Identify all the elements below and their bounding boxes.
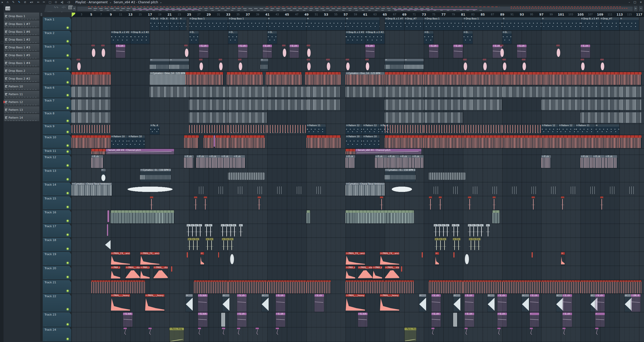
pattern-clip[interactable]: ⊟Pattern 12: [541, 124, 558, 134]
automation-clip[interactable]: ∘S..tch: [123, 313, 133, 327]
audio-clip[interactable]: ↦: [442, 238, 446, 251]
audio-clip[interactable]: [91, 280, 111, 293]
track-enable-led[interactable]: [67, 323, 69, 325]
track-enable-led[interactable]: [67, 145, 69, 147]
audio-clip[interactable]: [346, 59, 350, 71]
audio-clip[interactable]: ↦P..ck: [605, 155, 617, 168]
automation-clip[interactable]: ∘Para..freq: [405, 328, 417, 341]
audio-clip[interactable]: [105, 240, 110, 250]
audio-clip[interactable]: [556, 45, 561, 58]
audio-clip[interactable]: [463, 72, 502, 85]
audio-clip[interactable]: [184, 45, 189, 58]
audio-clip[interactable]: ↦Cymatics - O..- 150 BPM D: [140, 169, 171, 182]
overview-options-button[interactable]: •: [639, 6, 643, 11]
track-header[interactable]: Track 20…: [43, 266, 71, 280]
audio-clip[interactable]: [439, 196, 442, 210]
audio-clip[interactable]: [541, 135, 580, 148]
pattern-clip[interactable]: ⊟: [346, 17, 380, 30]
audio-clip[interactable]: [228, 125, 267, 133]
audio-clip[interactable]: [238, 186, 243, 194]
audio-clip[interactable]: [401, 266, 402, 272]
audio-clip[interactable]: [590, 186, 595, 194]
audio-clip[interactable]: [620, 280, 641, 293]
audio-clip[interactable]: [429, 280, 463, 293]
audio-clip[interactable]: [297, 186, 301, 194]
audio-clip[interactable]: ↦: [186, 294, 193, 312]
playback-icon[interactable]: ◂‖: [61, 0, 63, 5]
audio-clip[interactable]: [267, 87, 306, 97]
audio-clip[interactable]: ↦: [210, 238, 213, 251]
audio-clip[interactable]: ↦Cymatics - O..- 150 BPM D: [385, 169, 416, 182]
pattern-list-item[interactable]: Pattern 11: [4, 91, 39, 98]
audio-clip[interactable]: ↦: [206, 238, 210, 251]
audio-clip[interactable]: [429, 173, 465, 180]
pattern-clip[interactable]: ⊟: [307, 17, 346, 30]
audio-clip[interactable]: [171, 266, 172, 272]
pattern-clip[interactable]: ⊟Pattern 12: [346, 124, 363, 134]
track-enable-led[interactable]: [67, 308, 69, 310]
track-header[interactable]: Track 5…: [43, 72, 71, 85]
audio-clip[interactable]: [307, 280, 331, 293]
automation-clip[interactable]: ∘Para..freq: [170, 328, 184, 341]
audio-clip[interactable]: ↦PMAL_.._heavy: [145, 294, 165, 312]
automation-clip[interactable]: ∘S..ch: [465, 313, 474, 327]
audio-clip[interactable]: [189, 125, 228, 133]
track-header[interactable]: Track 19…: [43, 252, 71, 266]
pattern-list-item[interactable]: Pattern 13: [4, 106, 39, 114]
audio-clip[interactable]: ↦: [457, 238, 461, 251]
automation-clip[interactable]: ∘Serum_x64 #4 - Channel pitch: [355, 149, 421, 154]
audio-clip[interactable]: ↦: [222, 294, 229, 312]
audio-clip[interactable]: ↦P..ck: [541, 155, 551, 168]
audio-clip[interactable]: [307, 59, 311, 71]
audio-clip[interactable]: [424, 99, 463, 110]
audio-clip[interactable]: [72, 112, 91, 123]
audio-clip[interactable]: [493, 186, 497, 194]
audio-clip[interactable]: [561, 196, 564, 210]
pattern-list-item[interactable]: Drop Bass 1 #7: [4, 20, 39, 28]
slip-delete-icon[interactable]: ⊘: [24, 0, 26, 5]
audio-clip[interactable]: ↦: [456, 224, 460, 237]
automation-tab-icon[interactable]: ∘∕∘: [61, 6, 66, 9]
pattern-clip[interactable]: ⊟: [595, 124, 619, 134]
audio-clip[interactable]: ↦PMAL_..stable: [385, 266, 399, 280]
audio-clip[interactable]: ↦P..ck: [387, 155, 399, 168]
automation-clip[interactable]: ∘S..ch: [530, 294, 539, 312]
audio-clip[interactable]: [385, 135, 424, 148]
pattern-clip[interactable]: ⊟D..: [228, 31, 238, 44]
pattern-clip[interactable]: ⊟Drop B..s 2 #2: [130, 31, 150, 44]
track-header[interactable]: Track 16…: [43, 210, 71, 224]
track-header[interactable]: Track 24…: [43, 327, 71, 342]
automation-clip[interactable]: [256, 328, 259, 336]
audio-clip[interactable]: [453, 313, 457, 327]
pattern-list-item[interactable]: Drop Bass 1 #3: [4, 44, 39, 51]
audio-clip[interactable]: ↦: [446, 224, 449, 237]
audio-clip[interactable]: [385, 112, 424, 123]
pattern-list-item[interactable]: Drop Bass 2: [4, 67, 39, 75]
audio-clip[interactable]: ↦: [439, 238, 442, 251]
automation-clip[interactable]: ∘S..ch: [595, 294, 605, 312]
audio-clip[interactable]: [305, 72, 341, 85]
audio-clip[interactable]: [186, 72, 223, 85]
audio-clip[interactable]: [365, 59, 370, 71]
automation-clip[interactable]: [431, 328, 435, 336]
waveform-tab-icon[interactable]: ∿∿: [54, 6, 58, 9]
audio-clip[interactable]: [111, 280, 145, 293]
audio-clip[interactable]: [72, 135, 111, 148]
pattern-clip[interactable]: ⊟Pattern 10: [128, 135, 145, 148]
audio-clip[interactable]: ↦: [230, 238, 233, 251]
track-lane[interactable]: [72, 155, 644, 168]
pattern-clip[interactable]: ⊟Pattern 11: [576, 124, 595, 134]
audio-clip[interactable]: ↦PMAL_..stable: [358, 266, 372, 280]
audio-clip[interactable]: [493, 196, 496, 210]
automation-clip[interactable]: [148, 328, 152, 336]
audio-clip[interactable]: [610, 186, 615, 194]
maximize-button[interactable]: □: [633, 0, 636, 5]
audio-clip[interactable]: [219, 59, 223, 71]
pattern-clip[interactable]: ⊟Dr..6: [160, 17, 169, 30]
audio-clip[interactable]: [620, 112, 641, 123]
pattern-clip[interactable]: ⊟Drop B..s 1 #7: [581, 17, 600, 30]
audio-clip[interactable]: [277, 186, 282, 194]
pattern-clip[interactable]: ⊟D..: [267, 31, 277, 44]
track-enable-led[interactable]: [67, 206, 69, 208]
track-header[interactable]: Track 18…: [43, 238, 71, 252]
